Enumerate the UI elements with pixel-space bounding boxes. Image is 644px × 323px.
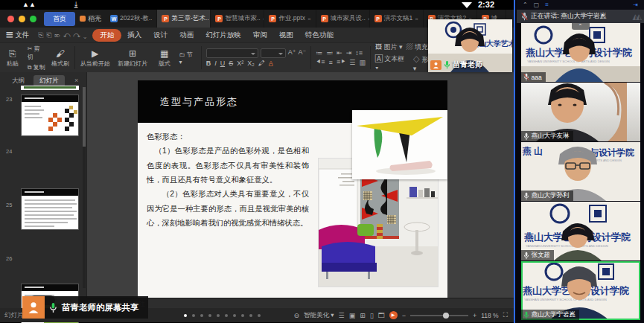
menu-special[interactable]: 特色功能 <box>299 29 339 42</box>
slide-canvas[interactable]: 造型与产品形态 色彩形态： （1）色彩形态是产品的色彩外观，是色相和色度的表现。… <box>138 80 447 298</box>
participant-tile-aaa[interactable]: 燕山大学艺术与设计学院 YANSHAN UNIVERSITY SCHOOL OF… <box>521 23 640 82</box>
menu-design[interactable]: 设计 <box>147 29 173 42</box>
menu-view[interactable]: 视图 <box>273 29 299 42</box>
minimize-window-button[interactable] <box>19 16 25 22</box>
indent-inc-button[interactable]: ⇥ <box>346 49 352 57</box>
collapse-tile-button[interactable]: ⌃ <box>572 23 590 30</box>
play-from-current-button[interactable]: ▶从当前开始 <box>77 43 113 72</box>
superscript-button[interactable]: X² <box>237 60 243 67</box>
close-tab-icon[interactable]: × <box>415 16 418 22</box>
collapse-icon[interactable]: ⌃ <box>523 1 528 8</box>
normal-view-icon[interactable]: ▣ <box>349 312 356 319</box>
participant-tile-sunli[interactable]: 与设计学院 OF ARTS AND DESIGN 燕 山 燕山大学孙利 <box>521 142 640 201</box>
indent-dec-button[interactable]: ⇤ <box>337 49 342 57</box>
self-video-overlay[interactable]: 燕山大学艺术与设计学院 苗青老师 <box>428 19 512 72</box>
align-center-button[interactable]: ≡ <box>329 59 333 66</box>
highlight-button[interactable]: 🖍 <box>258 60 265 67</box>
menu-animation[interactable]: 动画 <box>173 29 200 42</box>
zoom-slider[interactable] <box>410 315 468 316</box>
subscript-button[interactable]: X₂ <box>247 60 255 67</box>
tab-doc-4[interactable]: P城市家具设..× <box>316 10 370 28</box>
line-spacing-button[interactable]: ↕≡ <box>355 49 363 57</box>
participant-tile-ningyan-speaking[interactable]: 燕山大学艺术与设计学院 YANSHAN UNIVERSITY SCHOOL OF… <box>521 261 640 320</box>
menubar-dropdown-icon[interactable] <box>462 2 472 8</box>
smart-beautify-button[interactable]: 智能美化 ▾ <box>304 311 334 320</box>
layout-button[interactable]: ▦版式 <box>152 43 177 72</box>
picture-button[interactable]: 🖼 图片 ▾ <box>375 42 403 52</box>
font-color-button[interactable]: A̲ <box>269 60 273 67</box>
close-panel-icon[interactable]: × <box>74 77 78 84</box>
menu-slideshow[interactable]: 幻灯片放映 <box>200 29 247 42</box>
thumbnail-scrollbar[interactable] <box>83 87 86 288</box>
columns-button[interactable]: ▥ <box>359 59 366 66</box>
pop-out-icon[interactable]: ⇥ <box>633 1 638 8</box>
ppt-file-icon: P <box>269 15 276 22</box>
notes-toggle-icon[interactable]: ☰ <box>339 312 345 319</box>
thumbnail-slide-24[interactable] <box>21 188 79 230</box>
speaking-label: 正在讲话: 燕山大学宁岩嶳 <box>531 12 607 21</box>
underline-button[interactable]: U <box>220 60 226 67</box>
paste-button[interactable]: ⎘粘贴 <box>0 43 25 72</box>
download-icon[interactable]: ⤓̲ <box>74 0 77 9</box>
close-window-button[interactable] <box>7 16 14 22</box>
mic-on-icon <box>523 252 529 260</box>
align-left-button[interactable]: ⯇≡ <box>316 58 325 66</box>
zoom-window-button[interactable] <box>30 16 36 22</box>
tab-home[interactable]: 首页 <box>44 12 75 26</box>
grow-font-icon[interactable]: A⁺ <box>288 48 296 58</box>
mic-on-icon <box>444 60 450 69</box>
meeting-app-menubar-icon[interactable]: ▲▲ <box>22 1 36 8</box>
strikethrough-button[interactable]: S <box>229 60 233 67</box>
sorter-view-icon[interactable]: ⊞ <box>360 312 366 319</box>
quick-access-icons[interactable]: ⎘⎗⌦↶↷⌄ <box>38 31 89 39</box>
menu-start[interactable]: 开始 <box>92 29 121 42</box>
section-button[interactable]: 🗀 节 ▾ <box>179 51 197 65</box>
participant-tile-youlin[interactable]: 燕山大学友琳 <box>521 83 640 141</box>
mic-active-icon <box>523 311 529 319</box>
new-slide-button[interactable]: ⊞新建幻灯片 <box>113 43 151 72</box>
beautify-icon[interactable]: ⊖ <box>293 312 299 319</box>
bullets-button[interactable]: ≔ <box>316 49 322 57</box>
menu-review[interactable]: 审阅 <box>247 29 273 42</box>
tab-doc-1[interactable]: P第三章-艺术.. <box>157 10 211 28</box>
slide-dots[interactable] <box>184 314 261 317</box>
self-video-bar: 苗青老师 <box>428 60 482 70</box>
slideshow-play-button[interactable]: ▶ <box>389 311 398 319</box>
thumbnail-image-pixel-furniture <box>45 104 78 135</box>
slide-image-memphis-table[interactable] <box>352 110 447 179</box>
menu-insert[interactable]: 插入 <box>121 29 147 42</box>
fit-slide-icon[interactable]: ⛶ <box>503 311 508 319</box>
zoom-in-button[interactable]: + <box>473 312 476 319</box>
align-right-button[interactable]: ≡⯈ <box>337 58 345 66</box>
reading-view-icon[interactable]: ▯ <box>370 312 374 319</box>
tab-doc-3[interactable]: P作业.pptx× <box>264 10 316 28</box>
close-tab-icon[interactable]: × <box>307 16 311 22</box>
participant-tile-zhangwenchao[interactable]: 燕山大学艺术与设计学院 YANSHAN UNIVERSITY SCHOOL OF… <box>521 202 640 260</box>
font-family-select[interactable] <box>206 48 258 58</box>
justify-button[interactable]: ☰ <box>349 59 355 66</box>
bold-button[interactable]: B <box>206 60 211 67</box>
list-view-icon[interactable]: ≡ <box>545 1 549 8</box>
window-icon[interactable]: ▢ <box>534 1 540 8</box>
tab-doc-2[interactable]: P智慧城市家..× <box>211 10 264 28</box>
textbox-button[interactable]: 🄰 文本框 ▾ <box>375 54 409 72</box>
italic-button[interactable]: I <box>214 60 217 67</box>
font-size-select[interactable] <box>261 48 286 58</box>
format-painter-button[interactable]: 🖌格式刷 <box>48 43 73 72</box>
tab-doc-0[interactable]: W2022秋-教.. <box>106 10 157 28</box>
menu-file[interactable]: ☰ 文件 <box>0 29 35 42</box>
numbering-button[interactable]: ≕ <box>326 49 333 57</box>
notes-bar[interactable]: 单击此处添加备注 <box>87 298 514 308</box>
cut-button[interactable]: ✂ 剪切 <box>28 45 46 61</box>
ppt-file-icon: P <box>321 15 328 22</box>
zoom-slider-thumb[interactable] <box>443 313 449 319</box>
tab-store[interactable]: 稻壳 <box>75 12 106 26</box>
export-icon[interactable]: 🗔 <box>378 312 385 319</box>
zoom-percent[interactable]: 118 % <box>481 312 498 319</box>
tab-doc-5[interactable]: P演示文稿1× <box>370 10 424 28</box>
zoom-out-button[interactable]: − <box>402 312 406 319</box>
thumbnail-slide-22-partial[interactable] <box>21 86 79 90</box>
copy-button[interactable]: ⧉ 复制 <box>28 63 46 71</box>
shrink-font-icon[interactable]: A⁻ <box>298 48 306 58</box>
thumbnail-slide-23[interactable] <box>21 95 79 136</box>
